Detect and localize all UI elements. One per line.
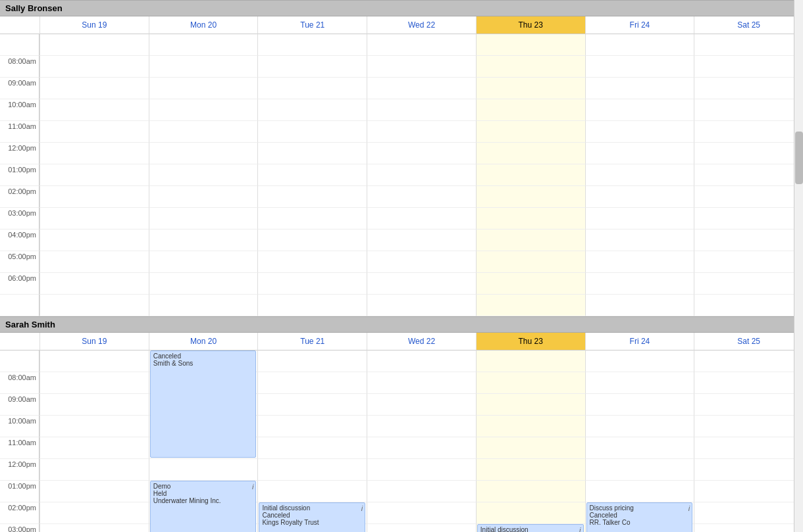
event-e4[interactable]: iInitial discussion — [477, 524, 584, 532]
scrollbar-thumb[interactable] — [795, 132, 803, 184]
cell-1-3-0 — [39, 416, 149, 437]
time-label-10: 05:00pm — [0, 251, 39, 273]
cell-1-1-0 — [39, 372, 149, 394]
cell-1-1-3 — [367, 372, 476, 394]
cell-0-5-3 — [367, 143, 476, 164]
cell-0-12-1 — [149, 295, 258, 316]
cell-1-2-6 — [694, 394, 803, 416]
time-label-5: 12:00pm — [0, 459, 39, 481]
time-label-1: 08:00am — [0, 372, 39, 394]
event-status: Demo — [153, 483, 253, 490]
event-e5[interactable]: iDiscuss pricingCanceledRR. Talker Co — [586, 502, 693, 532]
cell-0-0-5 — [585, 34, 694, 56]
cell-1-6-5 — [585, 481, 694, 502]
cell-0-7-5 — [585, 186, 694, 208]
cell-0-8-3 — [367, 208, 476, 230]
day-header-5: Fri 24 — [585, 333, 694, 351]
cell-1-2-2 — [257, 394, 367, 416]
cell-0-12-3 — [367, 295, 476, 316]
cell-0-6-5 — [585, 164, 694, 186]
event-status: Initial discussion — [262, 504, 362, 512]
cell-0-5-1 — [149, 143, 258, 164]
day-header-1: Mon 20 — [149, 16, 258, 34]
cell-0-8-1 — [149, 208, 258, 230]
cell-0-6-3 — [367, 164, 476, 186]
event-e2[interactable]: iDemoHeldUnderwater Mining Inc. — [150, 481, 257, 532]
scrollbar-track[interactable] — [794, 0, 803, 532]
cell-0-4-1 — [149, 121, 258, 143]
cell-0-5-2 — [257, 143, 367, 164]
cell-0-7-6 — [694, 186, 803, 208]
cell-0-4-4 — [476, 121, 585, 143]
time-col-header — [0, 333, 39, 351]
cell-0-8-4 — [476, 208, 585, 230]
time-label-7: 02:00pm — [0, 502, 39, 524]
cell-0-1-1 — [149, 56, 258, 78]
event-subtitle: Held — [153, 490, 253, 497]
cell-0-4-3 — [367, 121, 476, 143]
cell-0-10-1 — [149, 251, 258, 273]
cell-1-4-2 — [257, 437, 367, 459]
cell-1-7-4 — [476, 502, 585, 524]
cell-1-6-4 — [476, 481, 585, 502]
time-label-9: 04:00pm — [0, 230, 39, 251]
cell-0-3-3 — [367, 99, 476, 121]
cell-1-1-5 — [585, 372, 694, 394]
time-label-3: 10:00am — [0, 416, 39, 437]
cell-0-7-2 — [257, 186, 367, 208]
person-header-1: Sarah Smith — [0, 316, 803, 333]
cell-1-4-0 — [39, 437, 149, 459]
event-e3[interactable]: iInitial discussionCanceledKings Royalty… — [259, 502, 365, 532]
event-company: Smith & Sons — [153, 360, 253, 367]
cell-0-6-6 — [694, 164, 803, 186]
cell-0-12-4 — [476, 295, 585, 316]
cell-0-10-0 — [39, 251, 149, 273]
cell-1-1-6 — [694, 372, 803, 394]
cell-0-7-1 — [149, 186, 258, 208]
cell-0-0-6 — [694, 34, 803, 56]
cell-0-7-0 — [39, 186, 149, 208]
cell-0-3-2 — [257, 99, 367, 121]
cell-0-6-1 — [149, 164, 258, 186]
cell-1-0-5 — [585, 351, 694, 372]
cell-0-5-0 — [39, 143, 149, 164]
cell-1-2-0 — [39, 394, 149, 416]
cell-1-4-6 — [694, 437, 803, 459]
cell-0-2-6 — [694, 78, 803, 99]
cell-1-2-4 — [476, 394, 585, 416]
cell-0-0-0 — [39, 34, 149, 56]
cell-0-0-4 — [476, 34, 585, 56]
event-e1[interactable]: CanceledSmith & Sons — [150, 351, 257, 458]
cell-0-7-3 — [367, 186, 476, 208]
cell-1-1-2 — [257, 372, 367, 394]
time-label-0 — [0, 34, 39, 56]
cell-0-9-3 — [367, 230, 476, 251]
cell-0-10-6 — [694, 251, 803, 273]
time-label-5: 12:00pm — [0, 143, 39, 164]
cell-0-5-6 — [694, 143, 803, 164]
cell-0-6-4 — [476, 164, 585, 186]
cell-1-0-0 — [39, 351, 149, 372]
cell-0-1-0 — [39, 56, 149, 78]
day-header-5: Fri 24 — [585, 16, 694, 34]
cell-0-11-3 — [367, 273, 476, 295]
time-label-1: 08:00am — [0, 56, 39, 78]
cell-0-9-4 — [476, 230, 585, 251]
cell-0-1-5 — [585, 56, 694, 78]
event-subtitle: Canceled — [262, 512, 362, 519]
cell-0-8-6 — [694, 208, 803, 230]
day-header-2: Tue 21 — [257, 333, 367, 351]
cell-1-6-6 — [694, 481, 803, 502]
calendar-container: Sally BronsenSun 19Mon 20Tue 21Wed 22Thu… — [0, 0, 803, 532]
cell-1-5-1 — [149, 459, 258, 481]
cell-0-3-4 — [476, 99, 585, 121]
cell-1-5-4 — [476, 459, 585, 481]
cell-0-1-3 — [367, 56, 476, 78]
cell-0-11-5 — [585, 273, 694, 295]
event-company: RR. Talker Co — [590, 519, 690, 526]
cell-0-0-1 — [149, 34, 258, 56]
cell-0-3-0 — [39, 99, 149, 121]
cell-0-9-5 — [585, 230, 694, 251]
day-header-1: Mon 20 — [149, 333, 258, 351]
time-label-0 — [0, 351, 39, 372]
